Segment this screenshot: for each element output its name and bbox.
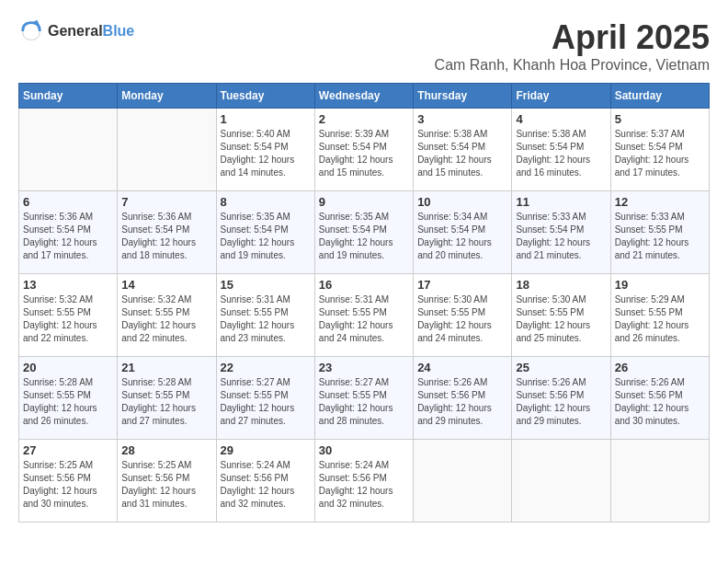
day-info: Sunrise: 5:28 AMSunset: 5:55 PMDaylight:… — [23, 376, 113, 428]
day-number: 20 — [23, 361, 113, 374]
calendar-cell — [610, 440, 709, 523]
calendar-week-row: 1Sunrise: 5:40 AMSunset: 5:54 PMDaylight… — [19, 109, 710, 191]
day-number: 28 — [121, 443, 211, 457]
day-number: 7 — [121, 195, 211, 209]
day-number: 3 — [417, 112, 507, 126]
calendar-cell: 11Sunrise: 5:33 AMSunset: 5:54 PMDayligh… — [512, 191, 610, 274]
calendar-header-row: SundayMondayTuesdayWednesdayThursdayFrid… — [19, 84, 710, 109]
calendar-cell: 30Sunrise: 5:24 AMSunset: 5:56 PMDayligh… — [314, 440, 413, 523]
calendar-body: 1Sunrise: 5:40 AMSunset: 5:54 PMDaylight… — [19, 109, 710, 523]
calendar-cell: 27Sunrise: 5:25 AMSunset: 5:56 PMDayligh… — [19, 440, 118, 523]
day-number: 30 — [319, 443, 409, 457]
calendar-cell — [414, 440, 512, 523]
day-number: 21 — [121, 361, 211, 374]
day-number: 16 — [319, 278, 409, 292]
day-number: 11 — [516, 195, 606, 209]
header: GeneralBlue April 2025 Cam Ranh, Khanh H… — [18, 18, 710, 74]
day-info: Sunrise: 5:30 AMSunset: 5:55 PMDaylight:… — [417, 293, 507, 345]
day-number: 29 — [221, 443, 311, 457]
day-info: Sunrise: 5:24 AMSunset: 5:56 PMDaylight:… — [319, 459, 409, 511]
calendar-cell: 28Sunrise: 5:25 AMSunset: 5:56 PMDayligh… — [118, 440, 216, 523]
calendar-cell: 29Sunrise: 5:24 AMSunset: 5:56 PMDayligh… — [216, 440, 314, 523]
calendar-cell: 12Sunrise: 5:33 AMSunset: 5:55 PMDayligh… — [610, 191, 709, 274]
day-info: Sunrise: 5:38 AMSunset: 5:54 PMDaylight:… — [417, 128, 507, 179]
day-number: 27 — [23, 443, 113, 457]
day-info: Sunrise: 5:33 AMSunset: 5:55 PMDaylight:… — [615, 211, 705, 262]
day-info: Sunrise: 5:35 AMSunset: 5:54 PMDaylight:… — [221, 211, 311, 262]
day-info: Sunrise: 5:26 AMSunset: 5:56 PMDaylight:… — [516, 376, 606, 428]
calendar-cell: 6Sunrise: 5:36 AMSunset: 5:54 PMDaylight… — [19, 191, 118, 274]
calendar-cell: 15Sunrise: 5:31 AMSunset: 5:55 PMDayligh… — [216, 274, 314, 357]
day-info: Sunrise: 5:36 AMSunset: 5:54 PMDaylight:… — [23, 211, 113, 262]
day-number: 22 — [221, 361, 311, 374]
calendar-cell — [19, 109, 118, 191]
title-section: April 2025 Cam Ranh, Khanh Hoa Province,… — [435, 18, 710, 74]
calendar-week-row: 6Sunrise: 5:36 AMSunset: 5:54 PMDaylight… — [19, 191, 710, 274]
day-info: Sunrise: 5:26 AMSunset: 5:56 PMDaylight:… — [615, 376, 705, 428]
day-info: Sunrise: 5:37 AMSunset: 5:54 PMDaylight:… — [615, 128, 705, 179]
day-number: 24 — [417, 361, 507, 374]
day-number: 12 — [615, 195, 705, 209]
calendar-cell: 22Sunrise: 5:27 AMSunset: 5:55 PMDayligh… — [216, 357, 314, 440]
day-info: Sunrise: 5:38 AMSunset: 5:54 PMDaylight:… — [516, 128, 606, 179]
logo-icon — [18, 18, 44, 44]
day-number: 9 — [319, 195, 409, 209]
day-number: 17 — [417, 278, 507, 292]
logo-text: GeneralBlue — [48, 23, 134, 40]
calendar-cell: 1Sunrise: 5:40 AMSunset: 5:54 PMDaylight… — [216, 109, 314, 191]
calendar-cell: 5Sunrise: 5:37 AMSunset: 5:54 PMDaylight… — [610, 109, 709, 191]
day-info: Sunrise: 5:24 AMSunset: 5:56 PMDaylight:… — [221, 459, 311, 511]
calendar-cell: 21Sunrise: 5:28 AMSunset: 5:55 PMDayligh… — [118, 357, 216, 440]
day-number: 25 — [516, 361, 606, 374]
weekday-header: Saturday — [610, 84, 709, 109]
day-info: Sunrise: 5:30 AMSunset: 5:55 PMDaylight:… — [516, 293, 606, 345]
day-info: Sunrise: 5:32 AMSunset: 5:55 PMDaylight:… — [121, 293, 211, 345]
day-number: 13 — [23, 278, 113, 292]
calendar-cell: 8Sunrise: 5:35 AMSunset: 5:54 PMDaylight… — [216, 191, 314, 274]
calendar-cell: 25Sunrise: 5:26 AMSunset: 5:56 PMDayligh… — [512, 357, 610, 440]
day-info: Sunrise: 5:25 AMSunset: 5:56 PMDaylight:… — [23, 459, 113, 511]
weekday-header: Monday — [118, 84, 216, 109]
day-number: 4 — [516, 112, 606, 126]
calendar-cell: 10Sunrise: 5:34 AMSunset: 5:54 PMDayligh… — [414, 191, 512, 274]
month-year: April 2025 — [435, 18, 710, 57]
calendar-cell: 20Sunrise: 5:28 AMSunset: 5:55 PMDayligh… — [19, 357, 118, 440]
day-info: Sunrise: 5:27 AMSunset: 5:55 PMDaylight:… — [221, 376, 311, 428]
calendar-cell: 14Sunrise: 5:32 AMSunset: 5:55 PMDayligh… — [118, 274, 216, 357]
calendar-cell: 16Sunrise: 5:31 AMSunset: 5:55 PMDayligh… — [314, 274, 413, 357]
calendar-cell: 23Sunrise: 5:27 AMSunset: 5:55 PMDayligh… — [314, 357, 413, 440]
day-info: Sunrise: 5:31 AMSunset: 5:55 PMDaylight:… — [221, 293, 311, 345]
day-number: 19 — [615, 278, 705, 292]
calendar-cell: 19Sunrise: 5:29 AMSunset: 5:55 PMDayligh… — [610, 274, 709, 357]
day-number: 26 — [615, 361, 705, 374]
day-info: Sunrise: 5:29 AMSunset: 5:55 PMDaylight:… — [615, 293, 705, 345]
day-info: Sunrise: 5:35 AMSunset: 5:54 PMDaylight:… — [319, 211, 409, 262]
weekday-header: Tuesday — [216, 84, 314, 109]
calendar-cell: 4Sunrise: 5:38 AMSunset: 5:54 PMDaylight… — [512, 109, 610, 191]
day-number: 14 — [121, 278, 211, 292]
calendar-cell: 13Sunrise: 5:32 AMSunset: 5:55 PMDayligh… — [19, 274, 118, 357]
location: Cam Ranh, Khanh Hoa Province, Vietnam — [435, 57, 710, 74]
day-info: Sunrise: 5:34 AMSunset: 5:54 PMDaylight:… — [417, 211, 507, 262]
weekday-header: Sunday — [19, 84, 118, 109]
calendar-cell: 9Sunrise: 5:35 AMSunset: 5:54 PMDaylight… — [314, 191, 413, 274]
day-info: Sunrise: 5:39 AMSunset: 5:54 PMDaylight:… — [319, 128, 409, 179]
day-info: Sunrise: 5:32 AMSunset: 5:55 PMDaylight:… — [23, 293, 113, 345]
calendar-cell: 2Sunrise: 5:39 AMSunset: 5:54 PMDaylight… — [314, 109, 413, 191]
weekday-header: Thursday — [414, 84, 512, 109]
day-number: 6 — [23, 195, 113, 209]
day-info: Sunrise: 5:27 AMSunset: 5:55 PMDaylight:… — [319, 376, 409, 428]
day-number: 2 — [319, 112, 409, 126]
day-number: 8 — [221, 195, 311, 209]
calendar-cell: 26Sunrise: 5:26 AMSunset: 5:56 PMDayligh… — [610, 357, 709, 440]
calendar-cell: 17Sunrise: 5:30 AMSunset: 5:55 PMDayligh… — [414, 274, 512, 357]
calendar-week-row: 20Sunrise: 5:28 AMSunset: 5:55 PMDayligh… — [19, 357, 710, 440]
weekday-header: Wednesday — [314, 84, 413, 109]
day-number: 15 — [221, 278, 311, 292]
calendar-week-row: 13Sunrise: 5:32 AMSunset: 5:55 PMDayligh… — [19, 274, 710, 357]
day-number: 5 — [615, 112, 705, 126]
calendar-cell: 18Sunrise: 5:30 AMSunset: 5:55 PMDayligh… — [512, 274, 610, 357]
day-info: Sunrise: 5:33 AMSunset: 5:54 PMDaylight:… — [516, 211, 606, 262]
calendar-cell: 24Sunrise: 5:26 AMSunset: 5:56 PMDayligh… — [414, 357, 512, 440]
calendar-table: SundayMondayTuesdayWednesdayThursdayFrid… — [18, 83, 710, 523]
